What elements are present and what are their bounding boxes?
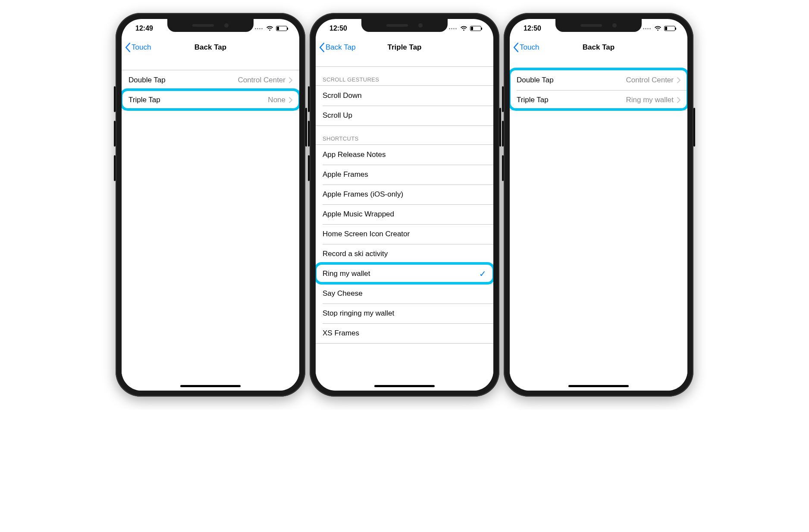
notch [167,19,254,32]
row-value: Control Center [238,76,285,84]
nav-title: Back Tap [583,43,615,52]
notch [361,19,448,32]
row-label: Double Tap [129,76,166,84]
device-frame-3: 12:50 Touch Back Tap Double Tap [504,13,693,397]
nav-back-button[interactable]: Touch [125,38,151,56]
row-triple-tap[interactable]: Triple Tap Ring my wallet [510,90,687,110]
section-scroll-gestures: Scroll Down Scroll Up [316,85,493,126]
wifi-icon [460,26,467,31]
option-label: Say Cheese [323,289,363,298]
row-label: Double Tap [517,76,554,84]
nav-back-button[interactable]: Back Tap [319,38,356,56]
nav-bar: Touch Back Tap [122,38,299,57]
option-row[interactable]: Apple Frames (iOS-only) [316,185,493,204]
nav-bar: Touch Back Tap [510,38,687,57]
status-dots-icon [449,28,457,29]
status-dots-icon [255,28,263,29]
section-header-shortcuts: Shortcuts [316,126,493,144]
status-dots-icon [643,28,651,29]
status-time: 12:50 [524,25,541,32]
option-row[interactable]: Home Screen Icon Creator [316,224,493,244]
option-label: App Release Notes [323,150,386,159]
nav-title: Triple Tap [387,43,421,52]
nav-back-label: Touch [132,43,151,52]
status-right [255,26,287,31]
row-triple-tap[interactable]: Triple Tap None [122,90,299,110]
option-label: Zoom [323,57,341,59]
battery-icon [664,26,675,31]
screen-1: 12:49 Touch Back Tap Double Tap [122,19,299,391]
row-label: Triple Tap [517,96,549,104]
settings-group: Double Tap Control Center Triple Tap Rin… [510,70,687,110]
checkmark-icon: ✓ [479,269,486,279]
screen-3: 12:50 Touch Back Tap Double Tap [510,19,687,391]
nav-back-button[interactable]: Touch [513,38,539,56]
option-label: Ring my wallet [323,269,370,278]
wifi-icon [654,26,662,31]
status-right [449,26,481,31]
row-double-tap[interactable]: Double Tap Control Center [510,70,687,90]
option-scroll-up[interactable]: Scroll Up [316,106,493,125]
option-label: Apple Frames [323,170,368,179]
chevron-left-icon [125,43,131,52]
nav-back-label: Back Tap [326,43,356,52]
option-row[interactable]: Say Cheese [316,284,493,304]
battery-icon [470,26,481,31]
option-row[interactable]: App Release Notes [316,145,493,165]
option-row[interactable]: Stop ringing my wallet [316,304,493,323]
home-indicator[interactable] [180,385,241,387]
settings-group: Double Tap Control Center Triple Tap Non… [122,70,299,110]
chevron-right-icon [289,97,292,103]
option-row[interactable]: Record a ski activity [316,244,493,264]
option-row[interactable]: Apple Music Wrapped [316,204,493,224]
option-row-truncated[interactable]: Zoom [316,57,493,66]
nav-back-label: Touch [520,43,539,52]
row-value: None [268,96,285,104]
option-ring-my-wallet[interactable]: Ring my wallet ✓ [316,264,493,284]
nav-bar: Back Tap Triple Tap [316,38,493,57]
content-area: Double Tap Control Center Triple Tap Non… [122,57,299,391]
chevron-right-icon [677,97,680,103]
chevron-left-icon [319,43,325,52]
chevron-right-icon [289,77,292,83]
row-value: Control Center [626,76,674,84]
home-indicator[interactable] [374,385,435,387]
home-indicator[interactable] [568,385,629,387]
row-double-tap[interactable]: Double Tap Control Center [122,70,299,90]
option-label: XS Frames [323,329,359,338]
section-shortcuts: App Release Notes Apple Frames Apple Fra… [316,144,493,344]
chevron-right-icon [677,77,680,83]
device-frame-1: 12:49 Touch Back Tap Double Tap [116,13,305,397]
chevron-left-icon [513,43,519,52]
row-label: Triple Tap [129,96,160,104]
notch [555,19,642,32]
option-label: Record a ski activity [323,250,388,258]
option-label: Apple Music Wrapped [323,210,394,219]
device-frame-2: 12:50 Back Tap Triple Tap Zoom [310,13,499,397]
battery-icon [276,26,287,31]
status-time: 12:49 [135,25,153,32]
status-right [643,26,675,31]
content-area: Double Tap Control Center Triple Tap Rin… [510,57,687,391]
option-label: Home Screen Icon Creator [323,230,410,238]
screen-2: 12:50 Back Tap Triple Tap Zoom [316,19,493,391]
option-label: Scroll Up [323,111,352,120]
row-value: Ring my wallet [626,96,674,104]
status-time: 12:50 [329,25,347,32]
wifi-icon [266,26,273,31]
nav-title: Back Tap [194,43,226,52]
option-label: Stop ringing my wallet [323,309,394,318]
section-header-scroll-gestures: Scroll Gestures [316,67,493,85]
option-label: Apple Frames (iOS-only) [323,190,403,199]
option-row[interactable]: Apple Frames [316,165,493,185]
option-scroll-down[interactable]: Scroll Down [316,86,493,106]
option-row[interactable]: XS Frames [316,323,493,343]
option-label: Scroll Down [323,91,362,100]
content-area[interactable]: Zoom Scroll Gestures Scroll Down Scroll … [316,57,493,391]
